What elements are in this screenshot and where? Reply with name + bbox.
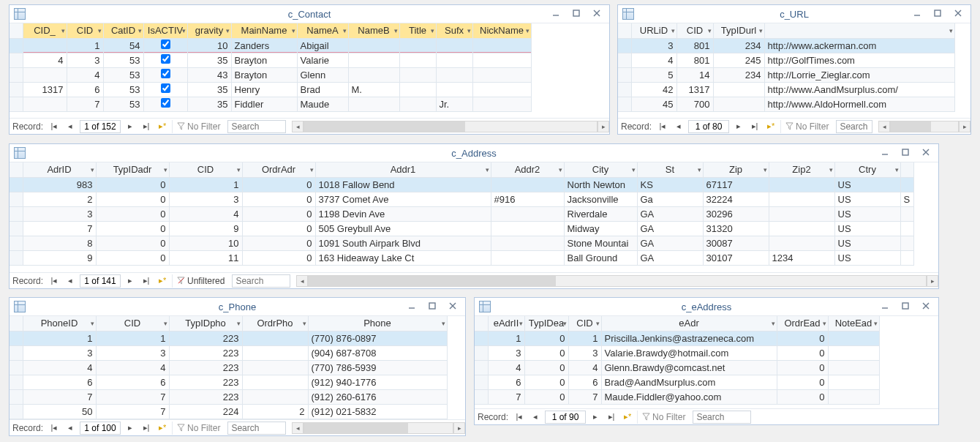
cell[interactable]: 0: [242, 192, 315, 206]
col-header[interactable]: NameA▾: [297, 23, 348, 38]
cell[interactable]: 223: [169, 331, 242, 345]
cell[interactable]: 3: [23, 345, 96, 360]
data-table[interactable]: PhoneID▾CID▾TypIDpho▾OrdrPho▾Phone▾11223…: [10, 316, 448, 419]
cell[interactable]: [900, 221, 913, 236]
col-header[interactable]: CID▾: [67, 23, 103, 38]
cell[interactable]: 50: [23, 404, 96, 419]
cell[interactable]: [242, 389, 308, 404]
cell[interactable]: Maude.Fiddler@yahoo.com: [601, 389, 777, 404]
cell[interactable]: (904) 687-8708: [308, 345, 447, 360]
cell[interactable]: 245: [713, 53, 764, 67]
hscroll-track[interactable]: [890, 121, 959, 132]
cell[interactable]: 0: [242, 221, 315, 236]
cell[interactable]: [769, 177, 834, 192]
record-navigation[interactable]: Record: |◂ ◂ ▸ ▸| ▸* No Filter ◂ ▸: [10, 419, 465, 435]
cell[interactable]: 0: [777, 389, 828, 404]
cell[interactable]: [242, 360, 308, 375]
window-eaddress[interactable]: c_eAddress eAdrII▾TypIDea▾CID▾eAdr▾OrdrE…: [474, 297, 939, 425]
row-handle[interactable]: [10, 67, 23, 82]
cell[interactable]: 3: [488, 345, 524, 360]
cell[interactable]: 2: [242, 404, 308, 419]
row-handle[interactable]: [475, 316, 488, 331]
scroll-left[interactable]: ◂: [878, 121, 890, 132]
record-navigation[interactable]: Record: |◂ ◂ ▸ ▸| ▸* No Filter ◂ ▸: [10, 118, 609, 134]
active-checkbox[interactable]: [161, 69, 170, 78]
col-header[interactable]: Sufx▾: [436, 23, 472, 38]
cell[interactable]: North Newton: [564, 177, 637, 192]
nav-last[interactable]: ▸|: [605, 411, 618, 424]
cell[interactable]: 0: [777, 360, 828, 375]
nav-new[interactable]: ▸*: [156, 274, 169, 288]
cell[interactable]: 4: [67, 67, 103, 82]
cell[interactable]: 30087: [703, 236, 769, 250]
cell[interactable]: 0: [96, 192, 169, 206]
scroll-right[interactable]: ▸: [453, 422, 465, 434]
record-navigation[interactable]: Record: |◂ ◂ ▸ ▸| ▸* No Filter: [475, 408, 938, 424]
col-header[interactable]: NickName▾: [472, 23, 531, 38]
cell[interactable]: Jr.: [436, 97, 472, 111]
record-input[interactable]: [80, 274, 121, 288]
nav-new[interactable]: ▸*: [764, 120, 777, 133]
cell[interactable]: [828, 360, 879, 375]
cell[interactable]: 223: [169, 360, 242, 375]
window-contact[interactable]: c_Contact CID_▾CID▾CatID▾IsACTIV▾gravity…: [9, 4, 610, 135]
cell[interactable]: 0: [96, 221, 169, 236]
col-header[interactable]: NoteEad▾: [828, 316, 879, 331]
row-handle[interactable]: [10, 162, 23, 177]
cell[interactable]: 1: [169, 177, 242, 192]
cell[interactable]: 30296: [703, 206, 769, 221]
search-input[interactable]: [227, 422, 286, 435]
cell[interactable]: Jacksonville: [564, 192, 637, 206]
cell[interactable]: [348, 97, 399, 111]
cell[interactable]: [900, 250, 913, 265]
cell[interactable]: 234: [713, 38, 764, 53]
cell[interactable]: [23, 97, 67, 111]
cell[interactable]: [491, 206, 564, 221]
cell[interactable]: [436, 82, 472, 97]
maximize-icon[interactable]: [571, 9, 581, 20]
col-header[interactable]: CatID▾: [103, 23, 143, 38]
cell[interactable]: 10: [169, 236, 242, 250]
cell[interactable]: 700: [676, 97, 713, 111]
col-header[interactable]: eAdrII▾: [488, 316, 524, 331]
cell[interactable]: [769, 206, 834, 221]
cell[interactable]: [900, 236, 913, 250]
minimize-icon[interactable]: [407, 301, 417, 312]
cell[interactable]: 1: [96, 331, 169, 345]
scroll-left[interactable]: ◂: [292, 422, 304, 434]
nav-last[interactable]: ▸|: [140, 120, 153, 133]
cell[interactable]: [399, 67, 436, 82]
cell[interactable]: Stone Mountai: [564, 236, 637, 250]
cell[interactable]: Maude: [297, 97, 348, 111]
col-header[interactable]: CID_▾: [23, 23, 67, 38]
row-handle[interactable]: [10, 236, 23, 250]
titlebar[interactable]: c_Address: [10, 144, 938, 162]
row-handle[interactable]: [618, 97, 631, 111]
scroll-right[interactable]: ▸: [927, 275, 938, 287]
cell[interactable]: 0: [242, 236, 315, 250]
cell[interactable]: 6: [23, 375, 96, 389]
cell[interactable]: 1198 Devin Ave: [315, 206, 491, 221]
cell[interactable]: Henry: [231, 82, 297, 97]
cell[interactable]: Riverdale: [564, 206, 637, 221]
cell[interactable]: 1: [67, 38, 103, 53]
col-header[interactable]: AdrID▾: [23, 162, 96, 177]
nav-new[interactable]: ▸*: [156, 120, 169, 133]
cell[interactable]: [23, 38, 67, 53]
cell[interactable]: 6: [568, 375, 601, 389]
maximize-icon[interactable]: [427, 301, 437, 312]
cell[interactable]: US: [834, 177, 900, 192]
cell-checkbox[interactable]: [143, 97, 187, 111]
cell[interactable]: 2: [23, 192, 96, 206]
cell[interactable]: 4: [568, 360, 601, 375]
col-header[interactable]: St▾: [637, 162, 703, 177]
nav-next[interactable]: ▸: [124, 120, 137, 133]
nav-prev[interactable]: ◂: [672, 120, 685, 133]
nav-next[interactable]: ▸: [124, 274, 137, 288]
cell[interactable]: 0: [524, 375, 568, 389]
cell[interactable]: [242, 331, 308, 345]
row-handle[interactable]: [10, 221, 23, 236]
cell[interactable]: GA: [637, 250, 703, 265]
cell[interactable]: 0: [96, 206, 169, 221]
cell[interactable]: 4: [488, 360, 524, 375]
